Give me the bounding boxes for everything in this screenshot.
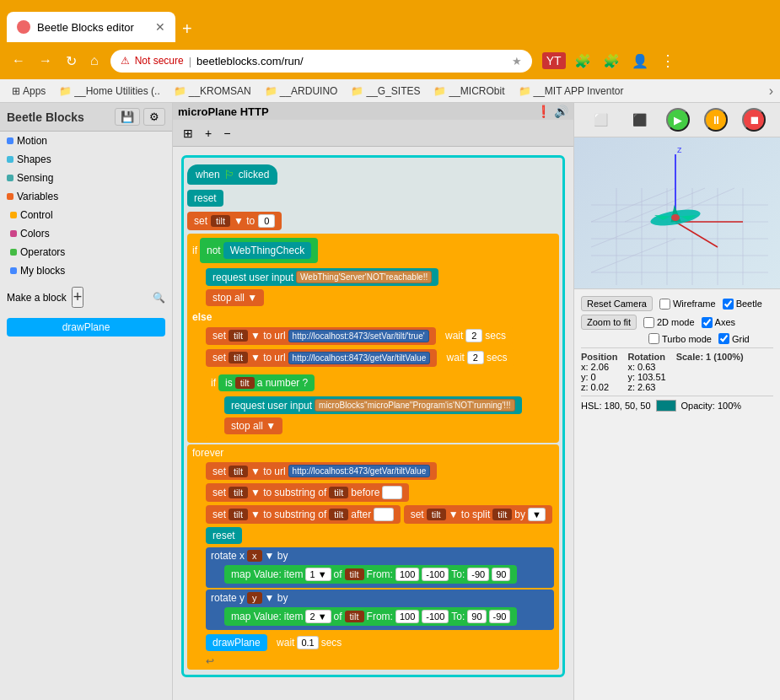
reset-block[interactable]: reset: [187, 190, 223, 207]
cat-shapes[interactable]: Shapes: [0, 150, 172, 169]
axes-checkbox[interactable]: [702, 317, 713, 328]
zoom-to-fit-btn[interactable]: Zoom to fit: [581, 315, 637, 330]
set-tilt-block[interactable]: set tilt ▼ to 0: [187, 210, 559, 232]
beetle-checkbox[interactable]: [723, 299, 734, 310]
stop-all2-block[interactable]: stop all ▼: [224, 417, 282, 434]
bookmark-gsites[interactable]: 📁 __G_SITES: [346, 83, 425, 99]
tab-close-btn[interactable]: ✕: [155, 20, 165, 34]
from2-val[interactable]: 100: [395, 610, 419, 623]
tilt-var3[interactable]: tilt: [235, 377, 255, 389]
to2-val2[interactable]: -90: [489, 610, 511, 623]
cat-motion[interactable]: Motion: [0, 132, 172, 150]
web-thing-msg-val[interactable]: WebThing'Server'NOT'reachable!!: [296, 271, 432, 283]
tilt-var1[interactable]: tilt: [229, 330, 248, 342]
sidebar-save-btn[interactable]: 💾: [115, 108, 140, 126]
when-clicked-block[interactable]: when 🏳 clicked: [187, 163, 559, 186]
new-tab-btn[interactable]: +: [175, 16, 199, 42]
hat-block[interactable]: when 🏳 clicked: [187, 164, 277, 185]
substring-before-block[interactable]: set tilt ▼ to substring of tilt before: [206, 483, 409, 502]
tilt-var[interactable]: tilt: [211, 215, 230, 227]
from1-val2[interactable]: -100: [422, 568, 449, 581]
wait-val1[interactable]: 2: [465, 329, 482, 342]
before-val[interactable]: [382, 486, 402, 499]
bookmark-microbit[interactable]: 📁 __MICRObit: [428, 83, 509, 99]
extension-green-btn[interactable]: 🧩: [571, 50, 594, 73]
draw-plane-sidebar-btn[interactable]: drawPlane: [7, 318, 165, 337]
wait3-block[interactable]: wait 0.1 secs: [270, 633, 348, 652]
bookmark-home[interactable]: 📁 __Home Utilities (..: [54, 83, 164, 99]
set-tilt-url3-block[interactable]: set tilt ▼ to url http://localhost:8473/…: [206, 462, 437, 480]
profile-btn[interactable]: 👤: [628, 50, 652, 73]
menu-btn[interactable]: ⋮: [657, 48, 679, 73]
wireframe-checkbox[interactable]: [659, 299, 670, 310]
set-tilt-0-block[interactable]: set tilt ▼ to 0: [187, 212, 282, 230]
grid-view-btn[interactable]: ⊞: [180, 125, 196, 142]
set-tilt-url1-block[interactable]: set tilt ▼ to url http://localhost:8473/…: [206, 327, 436, 345]
cat-myblocks[interactable]: My blocks: [3, 261, 169, 280]
reset2-block[interactable]: reset: [206, 527, 242, 544]
tilt-var10[interactable]: tilt: [492, 509, 512, 520]
pause-btn[interactable]: ⏸: [704, 108, 728, 132]
y-var[interactable]: y: [247, 592, 262, 604]
from1-val[interactable]: 100: [395, 568, 419, 581]
cat-sensing[interactable]: Sensing: [0, 169, 172, 187]
web-thing-check-block[interactable]: WebThingCheck: [223, 242, 312, 259]
map-value1-block[interactable]: map Value: item 1 ▼ of tilt From: 100 -1…: [224, 565, 517, 584]
bookmark-kromsan[interactable]: 📁 __KROMSAN: [169, 83, 256, 99]
url-val2[interactable]: http://localhost:8473/getVar/tiltValue: [288, 352, 431, 364]
tilt-var11[interactable]: tilt: [345, 568, 364, 580]
bookmarks-more-btn[interactable]: ›: [769, 83, 773, 99]
2d-check[interactable]: 2D mode: [643, 317, 695, 328]
bookmark-apps[interactable]: ⊞ Apps: [7, 83, 51, 99]
sidebar-settings-btn[interactable]: ⚙: [143, 108, 165, 126]
2d-checkbox[interactable]: [643, 317, 654, 328]
from2-val2[interactable]: -100: [422, 610, 449, 623]
to1-val2[interactable]: 90: [492, 568, 510, 581]
extension-red-btn[interactable]: YT: [542, 52, 566, 69]
microblocks-msg[interactable]: microBlocks''microPlane''Program'is'NOT'…: [315, 399, 515, 412]
wireframe-check[interactable]: Wireframe: [659, 299, 716, 310]
item1-val[interactable]: 1 ▼: [305, 568, 331, 581]
wait-val3[interactable]: 0.1: [297, 636, 318, 649]
tilt-var6[interactable]: tilt: [329, 487, 348, 498]
tilt-var12[interactable]: tilt: [345, 611, 364, 622]
extension-puzzle-btn[interactable]: 🧩: [600, 50, 623, 73]
refresh-btn[interactable]: ↻: [61, 50, 82, 73]
cat-variables[interactable]: Variables: [0, 187, 172, 206]
x-var[interactable]: x: [247, 550, 262, 562]
after-val[interactable]: [374, 508, 394, 521]
search-icon[interactable]: 🔍: [153, 292, 165, 304]
zoom-out-btn[interactable]: −: [220, 125, 234, 142]
map-value2-block[interactable]: map Value: item 2 ▼ of tilt From: 100 -1…: [224, 607, 517, 626]
bookmark-mit[interactable]: 📁 __MIT APP Inventor: [514, 83, 629, 99]
is-tilt-number-block[interactable]: is tilt a number ?: [218, 374, 315, 391]
if-tilt-number-block[interactable]: if is tilt a number ? request: [206, 370, 554, 439]
split-block[interactable]: set tilt ▼ to split tilt by ▼: [404, 505, 552, 524]
beetle-check[interactable]: Beetle: [723, 299, 762, 310]
back-btn[interactable]: ←: [7, 50, 30, 72]
wait2-block[interactable]: wait 2 secs: [440, 348, 514, 367]
wait1-block[interactable]: wait 2 secs: [438, 326, 513, 345]
forward-btn[interactable]: →: [34, 50, 57, 72]
tilt-var8[interactable]: tilt: [329, 509, 348, 520]
grid-check[interactable]: Grid: [718, 333, 750, 344]
val-0[interactable]: 0: [258, 214, 275, 228]
item2-val[interactable]: 2 ▼: [305, 610, 331, 623]
bookmark-arduino[interactable]: 📁 __ARDUINO: [260, 83, 343, 99]
cat-colors[interactable]: Colors: [3, 224, 169, 243]
tilt-var9[interactable]: tilt: [427, 509, 446, 520]
request-input2-block[interactable]: request user input microBlocks''microPla…: [224, 396, 522, 414]
axes-check[interactable]: Axes: [702, 317, 735, 328]
request-input-block[interactable]: request user input WebThing'Server'NOT'r…: [206, 268, 438, 286]
url-val1[interactable]: http://localhost:8473/setVar/tilt/'true': [288, 330, 429, 342]
url-text[interactable]: beetleblocks.com/run/: [196, 55, 507, 67]
bookmark-star[interactable]: ★: [512, 55, 522, 67]
tilt-var5[interactable]: tilt: [229, 487, 248, 498]
turbo-check[interactable]: Turbo mode: [648, 333, 712, 344]
tilt-var7[interactable]: tilt: [229, 509, 248, 520]
grid-checkbox[interactable]: [718, 333, 729, 344]
view-split-btn[interactable]: ⬛: [627, 110, 652, 130]
active-tab[interactable]: Beetle Blocks editor ✕: [7, 12, 175, 42]
substring-after-block[interactable]: set tilt ▼ to substring of tilt after: [206, 505, 401, 524]
cat-control[interactable]: Control: [3, 206, 169, 224]
